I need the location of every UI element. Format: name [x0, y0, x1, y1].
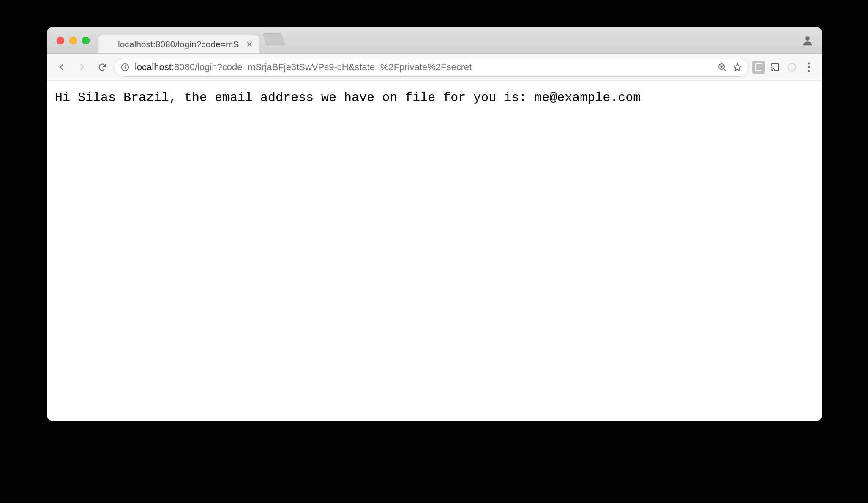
- tab-bar: localhost:8080/login?code=mS ✕: [47, 27, 822, 54]
- reload-button[interactable]: [94, 59, 111, 76]
- window-zoom-icon[interactable]: [82, 37, 90, 44]
- toolbar: localhost:8080/login?code=mSrjaBFje3tSwV…: [47, 54, 822, 81]
- extension-circle-icon[interactable]: [785, 60, 799, 74]
- svg-point-11: [808, 62, 810, 64]
- address-bar[interactable]: localhost:8080/login?code=mSrjaBFje3tSwV…: [114, 58, 749, 77]
- url-host: localhost: [135, 62, 172, 72]
- browser-window: localhost:8080/login?code=mS ✕: [47, 27, 822, 421]
- svg-point-9: [771, 70, 772, 71]
- tab-close-icon[interactable]: ✕: [246, 40, 253, 49]
- back-button[interactable]: [53, 59, 70, 76]
- leaf-icon: [104, 40, 114, 49]
- bookmark-star-icon[interactable]: [732, 62, 742, 72]
- zoom-icon[interactable]: [717, 62, 727, 72]
- url-path: :8080/login?code=mSrjaBFje3tSwVPs9-cH&st…: [172, 62, 472, 72]
- window-close-icon[interactable]: [57, 37, 64, 44]
- page-content: Hi Silas Brazil, the email address we ha…: [47, 81, 822, 421]
- forward-button[interactable]: [74, 59, 90, 76]
- window-minimize-icon[interactable]: [69, 37, 77, 44]
- tab-title: localhost:8080/login?code=mS: [118, 39, 239, 49]
- url-text: localhost:8080/login?code=mSrjaBFje3tSwV…: [135, 62, 712, 73]
- cast-icon[interactable]: [768, 60, 782, 74]
- svg-point-0: [805, 36, 810, 41]
- svg-point-12: [808, 66, 810, 68]
- site-info-icon[interactable]: [120, 63, 130, 72]
- svg-point-3: [125, 65, 126, 66]
- browser-tab[interactable]: localhost:8080/login?code=mS ✕: [98, 35, 259, 53]
- page-text: Hi Silas Brazil, the email address we ha…: [55, 89, 814, 107]
- profile-icon[interactable]: [801, 34, 814, 47]
- svg-point-13: [808, 70, 810, 72]
- svg-line-5: [724, 68, 726, 71]
- svg-rect-8: [755, 64, 762, 71]
- extension-box-icon[interactable]: [752, 61, 765, 74]
- menu-button[interactable]: [802, 62, 816, 73]
- window-controls: [52, 27, 92, 53]
- new-tab-button[interactable]: [262, 33, 285, 45]
